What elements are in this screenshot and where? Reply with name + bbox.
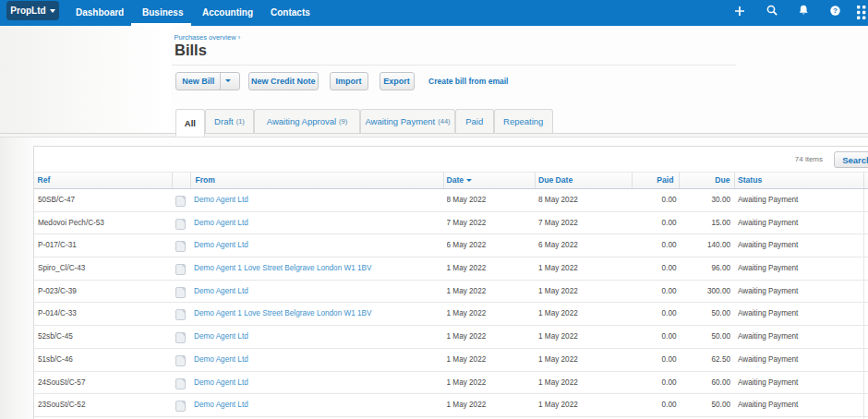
svg-text:?: ? (833, 6, 838, 15)
